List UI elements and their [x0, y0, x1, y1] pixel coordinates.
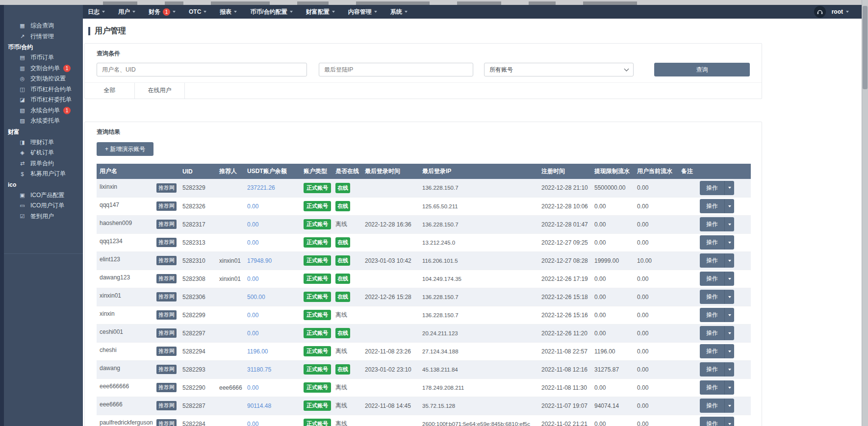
background-artifact [297, 1, 329, 5]
scrollbar-thumb[interactable] [863, 6, 868, 89]
referral-link-button[interactable]: 推荐网 [156, 401, 177, 410]
nav-item-coin-contract-config[interactable]: 币币/合约配置 [250, 8, 292, 16]
action-dropdown-toggle[interactable] [725, 362, 734, 376]
usdt-balance-link[interactable]: 0.00 [247, 203, 258, 210]
usdt-balance-link[interactable]: 31180.75 [247, 366, 271, 373]
action-dropdown-toggle[interactable] [725, 380, 734, 395]
usdt-balance-link[interactable]: 90114.48 [247, 402, 271, 409]
referral-link-button[interactable]: 推荐网 [156, 274, 177, 283]
tab-all[interactable]: 全部 [85, 83, 135, 99]
action-dropdown-toggle[interactable] [725, 417, 734, 426]
referral-link-button[interactable]: 推荐网 [156, 201, 177, 211]
nav-item-otc[interactable]: OTC [189, 8, 206, 15]
referral-link-button[interactable]: 推荐网 [156, 256, 177, 265]
usdt-balance-link[interactable]: 0.00 [247, 276, 258, 282]
support-icon[interactable] [814, 6, 826, 18]
table-row: qqq1234推荐网52823130.00正式账号在线13.212.245.02… [97, 233, 751, 251]
current-flow-cell: 0.00 [634, 360, 678, 378]
action-dropdown-toggle[interactable] [725, 326, 734, 340]
usdt-balance-link[interactable]: 0.00 [247, 221, 258, 228]
sidebar-item-signin-users[interactable]: ☑签到用户 [0, 211, 83, 222]
account-type-cell: 正式账号 [301, 415, 332, 426]
background-artifact [165, 1, 183, 5]
action-dropdown-toggle[interactable] [725, 344, 734, 358]
referral-link-button[interactable]: 推荐网 [156, 220, 177, 229]
action-button[interactable]: 操作 [700, 181, 725, 195]
action-dropdown-toggle[interactable] [725, 399, 734, 413]
action-button[interactable]: 操作 [700, 253, 725, 268]
action-dropdown-toggle[interactable] [725, 199, 734, 213]
usdt-balance-link[interactable]: 0.00 [247, 239, 258, 246]
action-button[interactable]: 操作 [700, 344, 725, 358]
action-button[interactable]: 操作 [700, 217, 725, 231]
add-demo-account-button[interactable]: + 新增演示账号 [97, 142, 153, 156]
sidebar-item-overview-query[interactable]: ▦综合查询 [0, 21, 83, 31]
sidebar-item-perpetual-entrust-orders[interactable]: ▨永续委托单 [0, 116, 83, 126]
nav-item-users[interactable]: 用户 [118, 8, 135, 16]
referral-link-button[interactable]: 推荐网 [156, 238, 177, 247]
nav-item-system[interactable]: 系统 [390, 8, 408, 16]
sidebar-item-miner-orders[interactable]: ◈矿机订单 [0, 148, 83, 158]
action-dropdown-toggle[interactable] [725, 308, 734, 322]
usdt-balance-link[interactable]: 0.00 [247, 330, 258, 337]
referral-link-button[interactable]: 推荐网 [156, 383, 177, 392]
action-button[interactable]: 操作 [700, 235, 725, 250]
usdt-balance-link[interactable]: 0.00 [247, 384, 258, 391]
sidebar-item-coin-orders[interactable]: ▤币币订单 [0, 52, 83, 63]
account-type-select[interactable]: 所有账号 [484, 63, 634, 76]
action-button[interactable]: 操作 [700, 272, 725, 286]
nav-item-content-management[interactable]: 内容管理 [348, 8, 377, 16]
sidebar-item-follow-contract[interactable]: ⇄跟单合约 [0, 158, 83, 169]
username-text: dawang [100, 365, 120, 372]
usdt-balance-link[interactable]: 0.00 [247, 421, 258, 426]
nav-item-finance[interactable]: 财务1 [149, 8, 176, 16]
action-dropdown-toggle[interactable] [725, 272, 734, 286]
action-button[interactable]: 操作 [700, 399, 725, 413]
action-button[interactable]: 操作 [700, 417, 725, 426]
referral-link-button[interactable]: 推荐网 [156, 419, 177, 426]
account-type-badge: 正式账号 [304, 346, 331, 356]
sidebar-item-delivery-contract-orders[interactable]: ▥交割合约单1 [0, 63, 83, 74]
nav-item-reports[interactable]: 报表 [220, 8, 237, 16]
referral-link-button[interactable]: 推荐网 [156, 328, 177, 338]
action-button[interactable]: 操作 [700, 199, 725, 213]
search-button[interactable]: 查询 [654, 63, 750, 76]
nav-item-wealth-config[interactable]: 财富配置 [306, 8, 335, 16]
scrollbar[interactable] [862, 0, 868, 426]
referral-link-button[interactable]: 推荐网 [156, 183, 177, 193]
usdt-balance-link[interactable]: 237221.26 [247, 184, 275, 191]
referral-link-button[interactable]: 推荐网 [156, 365, 177, 374]
sidebar-item-ico-product-config[interactable]: ▣ICO产品配置 [0, 190, 83, 201]
username-uid-input[interactable] [97, 63, 307, 76]
tab-online-users[interactable]: 在线用户 [135, 83, 185, 99]
action-button[interactable]: 操作 [700, 380, 725, 395]
usdt-balance-link[interactable]: 1196.00 [247, 348, 268, 355]
last-login-ip-input[interactable] [319, 63, 473, 76]
action-dropdown-toggle[interactable] [725, 217, 734, 231]
user-menu[interactable]: root [832, 8, 849, 15]
referral-link-button[interactable]: 推荐网 [156, 310, 177, 320]
nav-item-logs[interactable]: 日志 [88, 8, 105, 16]
sidebar-item-private-user-orders[interactable]: $私募用户订单 [0, 169, 83, 179]
sidebar-item-ico-user-orders[interactable]: ▭ICO用户订单 [0, 200, 83, 211]
sidebar-item-coin-leverage-entrust-orders[interactable]: ◪币币杠杆委托单 [0, 95, 83, 105]
usdt-balance-link[interactable]: 500.00 [247, 294, 265, 301]
sidebar-item-coin-leverage-contract-orders[interactable]: ◫币币杠杆合约单 [0, 84, 83, 95]
usdt-balance-link[interactable]: 0.00 [247, 312, 258, 319]
sidebar-item-delivery-risk-settings[interactable]: ◎交割场控设置 [0, 74, 83, 84]
action-button[interactable]: 操作 [700, 326, 725, 340]
action-button[interactable]: 操作 [700, 290, 725, 304]
usdt-balance-link[interactable]: 17948.90 [247, 257, 272, 264]
action-dropdown-toggle[interactable] [725, 235, 734, 250]
action-dropdown-toggle[interactable] [725, 181, 734, 195]
sidebar-item-market-management[interactable]: ↗行情管理 [0, 31, 83, 42]
referral-link-button[interactable]: 推荐网 [156, 292, 177, 301]
action-button[interactable]: 操作 [700, 308, 725, 322]
sidebar-item-finance-orders[interactable]: ◨理财订单 [0, 137, 83, 148]
sidebar-item-perpetual-contract-orders[interactable]: ▧永续合约单1 [0, 105, 83, 116]
action-dropdown-toggle[interactable] [725, 290, 734, 304]
chevron-down-icon [234, 11, 237, 13]
referral-link-button[interactable]: 推荐网 [156, 347, 177, 356]
action-button[interactable]: 操作 [700, 362, 725, 376]
action-dropdown-toggle[interactable] [725, 253, 734, 268]
